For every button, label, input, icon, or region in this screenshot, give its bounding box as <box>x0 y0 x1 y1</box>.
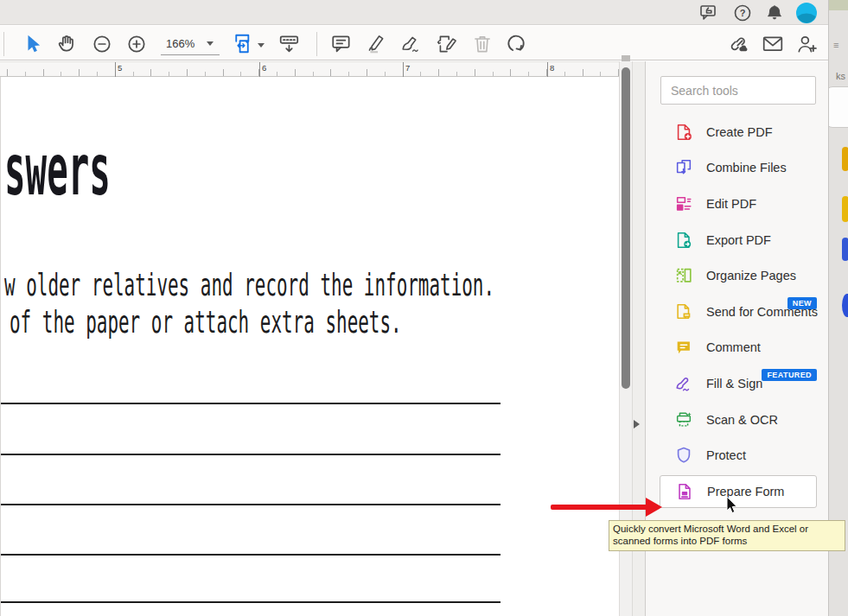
answer-line <box>1 504 501 505</box>
organize-pages-icon <box>674 266 693 285</box>
background-icon-fragment <box>842 294 848 317</box>
tool-label: Prepare Form <box>707 485 784 499</box>
ruler-tick <box>547 62 548 78</box>
fit-width-view-icon[interactable] <box>233 33 256 55</box>
svg-text:?: ? <box>740 8 746 18</box>
tool-item-edit-pdf[interactable]: Edit PDF <box>646 186 829 222</box>
notifications-bell-icon[interactable] <box>765 3 786 23</box>
document-body-text: w older relatives and record the informa… <box>4 270 494 301</box>
ruler-tick <box>403 62 404 78</box>
tool-label: Create PDF <box>706 125 773 139</box>
toolbar-divider <box>316 32 317 56</box>
annotation-red-arrow <box>551 498 662 517</box>
delete-tool-icon <box>471 33 494 55</box>
answer-line <box>1 454 501 455</box>
answer-line <box>1 403 501 404</box>
zoom-out-icon[interactable] <box>91 33 113 55</box>
tools-list: Create PDF Combine Files <box>646 114 829 506</box>
document-heading-text: swers <box>4 134 111 206</box>
tool-label: Fill & Sign <box>706 377 762 391</box>
background-icon-fragment <box>842 196 848 222</box>
tool-label: Protect <box>706 448 746 462</box>
background-card-fragment <box>828 86 848 128</box>
tool-label: Export PDF <box>706 233 771 247</box>
sign-pen-tool-icon[interactable] <box>400 33 423 55</box>
menu-lines-fragment: ≡ <box>833 40 838 50</box>
tool-item-scan-ocr[interactable]: Scan & OCR <box>646 402 829 438</box>
tool-label: Edit PDF <box>706 197 756 211</box>
tool-label: Comment <box>706 340 761 354</box>
tool-label: Scan & OCR <box>706 413 778 427</box>
document-body-text: of the paper or attach extra sheets. <box>10 308 402 338</box>
comment-tool-icon[interactable] <box>330 33 353 55</box>
search-tools-input[interactable] <box>660 76 816 105</box>
new-badge: NEW <box>787 297 817 309</box>
hand-tool-icon[interactable] <box>56 33 79 55</box>
zoom-level-combobox[interactable]: 166% <box>161 33 220 55</box>
tool-label: Organize Pages <box>706 269 796 283</box>
highlighter-tool-icon[interactable] <box>366 33 388 55</box>
edit-pdf-icon <box>674 194 693 213</box>
create-pdf-icon <box>674 123 693 142</box>
ruler-number: 6 <box>262 63 266 73</box>
panel-collapse-arrow[interactable] <box>634 420 640 429</box>
scrollbar-thumb[interactable] <box>622 67 630 389</box>
share-link-icon[interactable] <box>729 33 751 55</box>
background-fragment <box>829 0 848 10</box>
scan-ocr-icon <box>674 410 693 429</box>
app-top-bar: ? <box>0 0 828 25</box>
tool-item-organize-pages[interactable]: Organize Pages <box>646 257 829 294</box>
export-pdf-icon <box>674 231 693 250</box>
edge-strip-label: ks <box>836 71 845 81</box>
tool-label: Combine Files <box>706 161 787 175</box>
comment-icon <box>674 338 693 357</box>
pdf-document-page: swers w older relatives and record the i… <box>0 77 619 616</box>
tool-item-combine-files[interactable]: Combine Files <box>646 150 829 187</box>
prepare-form-tooltip: Quickly convert Microsoft Word and Excel… <box>609 520 845 551</box>
ruler-number: 5 <box>118 63 122 73</box>
background-icon-fragment <box>842 147 848 171</box>
undo-icon[interactable] <box>506 33 528 55</box>
prepare-form-icon <box>675 482 694 501</box>
toolbar-divider <box>3 32 4 56</box>
protect-shield-icon <box>674 446 693 465</box>
send-for-comments-icon <box>674 302 693 321</box>
select-tool-icon[interactable] <box>22 33 45 55</box>
combine-files-icon <box>674 158 693 177</box>
view-mode-caret[interactable] <box>258 43 265 48</box>
share-feedback-icon[interactable] <box>698 3 719 23</box>
featured-badge: FEATURED <box>762 369 817 381</box>
background-icon-fragment <box>842 238 848 261</box>
ruler-number: 7 <box>405 63 410 73</box>
zoom-level-value[interactable]: 166% <box>166 37 194 50</box>
tool-item-export-pdf[interactable]: Export PDF <box>646 222 829 258</box>
edit-page-tool-icon[interactable] <box>436 33 458 55</box>
fill-sign-icon <box>674 374 693 393</box>
ruler-number: 8 <box>550 63 554 73</box>
mouse-cursor <box>726 496 739 515</box>
zoom-in-icon[interactable] <box>125 33 148 55</box>
ruler-tick <box>115 62 116 78</box>
tool-item-create-pdf[interactable]: Create PDF <box>646 114 829 150</box>
tool-item-fill-sign[interactable]: FEATURED Fill & Sign <box>646 365 829 402</box>
email-icon[interactable] <box>762 33 784 55</box>
add-user-icon[interactable] <box>795 33 818 55</box>
answer-line <box>1 601 501 603</box>
user-avatar[interactable] <box>795 2 818 24</box>
acrobat-window: ? 166% <box>0 0 848 616</box>
help-icon[interactable]: ? <box>732 3 753 23</box>
ruler-tick <box>259 62 260 78</box>
tool-item-comment[interactable]: Comment <box>646 330 829 366</box>
page-scrolling-icon[interactable] <box>278 33 301 55</box>
answer-line <box>1 554 501 556</box>
tool-item-send-for-comments[interactable]: NEW Send for Comments <box>646 294 829 330</box>
tool-item-protect[interactable]: Protect <box>646 437 829 473</box>
zoom-dropdown-caret[interactable] <box>207 41 214 46</box>
horizontal-ruler: 5 6 7 8 <box>0 61 619 77</box>
quick-tools-toolbar: 166% <box>0 26 828 60</box>
